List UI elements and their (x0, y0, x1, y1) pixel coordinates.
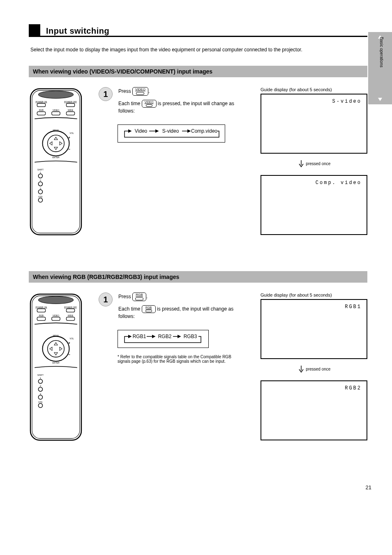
svg-text:RGB2: RGB2 (158, 334, 172, 339)
svg-rect-6 (66, 104, 74, 107)
svg-text:3: 3 (40, 393, 41, 395)
screen-preview-svideo: S-video (261, 94, 367, 154)
svg-text:1: 1 (40, 171, 41, 174)
svg-text:VOL: VOL (70, 132, 74, 134)
page-intro: Select the input mode to display the ima… (29, 47, 367, 53)
svg-text:S-video: S-video (162, 128, 179, 134)
svg-text:WIDE: WIDE (68, 314, 74, 317)
svg-text:RGB: RGB (39, 314, 44, 317)
section-header-video: When viewing video (VIDEO/S-VIDEO/COMPON… (29, 66, 367, 77)
svg-point-55 (38, 387, 42, 391)
screen-preview-compvideo: Comp. video (261, 175, 367, 235)
svg-text:RGB1: RGB1 (133, 334, 146, 339)
svg-text:2: 2 (40, 179, 41, 182)
remote-control-icon: POWER ON POWER OFF RGB VIDEO WIDE MENU V… (29, 87, 83, 237)
svg-rect-8 (37, 112, 45, 115)
svg-rect-10 (52, 112, 60, 115)
section-body-video: POWER ON POWER OFF RGB VIDEO WIDE MENU V… (29, 87, 367, 255)
section-body-rgb: POWER ON POWER OFF RGB VIDEO WIDE MENU V… (29, 292, 367, 460)
svg-point-24 (38, 190, 42, 194)
step-number: 1 (99, 292, 113, 306)
arrow-between-rgb: pressed once (261, 365, 367, 374)
svg-rect-39 (66, 309, 74, 312)
screen-label: Comp. video (316, 180, 362, 186)
side-tab-label: Basic operations (379, 37, 384, 67)
page-header-bar: Input switching (29, 25, 367, 37)
screen-preview-rgb1: RGB1 (261, 299, 367, 359)
cycle-diagram-video: Video S-video Comp.video (118, 124, 225, 143)
step-line1: Press VIDEO . (118, 87, 248, 96)
svg-text:2: 2 (40, 385, 41, 387)
video-button-icon-small: VIDEO (142, 100, 157, 108)
section-header-rgb: When viewing RGB (RGB1/RGB2/RGB3) input … (29, 271, 367, 283)
svg-text:VIDEO: VIDEO (53, 109, 59, 111)
svg-text:STD: STD (38, 196, 42, 198)
svg-text:POWER OFF: POWER OFF (64, 306, 77, 309)
svg-point-20 (38, 174, 42, 178)
page-number: 21 (366, 484, 371, 491)
page-title: Input switching (46, 26, 109, 36)
screen-label: RGB1 (345, 304, 362, 310)
svg-text:1: 1 (40, 377, 41, 379)
guide-caption-video: Guide display (for about 5 seconds) (261, 87, 367, 92)
svg-text:3: 3 (40, 187, 41, 190)
cycle-diagram-rgb: RGB1 RGB2 RGB3 (118, 330, 209, 348)
step-line2: Each time RGB is pressed, the input will… (118, 305, 248, 320)
step-line1: Press RGB . (118, 292, 248, 301)
step-line2: Each time VIDEO is pressed, the input wi… (118, 100, 248, 115)
svg-point-59 (38, 403, 42, 408)
svg-point-2 (38, 91, 73, 98)
svg-text:RGB3: RGB3 (184, 334, 197, 339)
svg-text:VIDEO: VIDEO (53, 314, 59, 317)
arrow-between-video: pressed once (261, 159, 367, 168)
remote-control-icon: POWER ON POWER OFF RGB VIDEO WIDE MENU V… (29, 292, 83, 443)
step-1-video: 1 Press VIDEO . Each time VIDEO (99, 87, 248, 115)
svg-point-53 (38, 379, 42, 383)
svg-text:SHIFT: SHIFT (37, 168, 44, 171)
svg-text:Comp.video: Comp.video (191, 128, 217, 134)
svg-text:RGB: RGB (39, 109, 44, 111)
side-tab: Basic operations (368, 32, 392, 104)
screen-preview-rgb2: RGB2 (261, 380, 367, 440)
svg-rect-45 (66, 317, 74, 320)
svg-text:STD: STD (38, 401, 42, 403)
rgb-note: * Refer to the compatible signals table … (118, 355, 233, 364)
svg-text:VOL: VOL (70, 337, 74, 340)
svg-point-26 (38, 198, 42, 202)
rgb-button-icon: RGB (132, 292, 146, 301)
step-number: 1 (99, 87, 113, 101)
svg-text:WIDE: WIDE (68, 109, 74, 111)
header-black-square-icon (29, 24, 40, 36)
remote-illustration-video: POWER ON POWER OFF RGB VIDEO WIDE MENU V… (29, 87, 86, 255)
video-button-icon: VIDEO (132, 87, 148, 96)
svg-text:Video: Video (135, 128, 148, 134)
triangle-down-icon (378, 98, 382, 101)
svg-rect-4 (37, 104, 45, 107)
svg-text:POWER ON: POWER ON (35, 306, 47, 309)
rgb-button-icon-small: RGB (142, 305, 156, 313)
screen-label: RGB2 (345, 385, 362, 391)
remote-illustration-rgb: POWER ON POWER OFF RGB VIDEO WIDE MENU V… (29, 292, 86, 460)
svg-point-35 (38, 296, 73, 304)
svg-rect-12 (66, 112, 74, 115)
svg-text:POWER ON: POWER ON (35, 101, 47, 103)
svg-point-22 (38, 182, 42, 186)
step-1-rgb: 1 Press RGB . Each time RGB (99, 292, 248, 320)
svg-rect-43 (52, 317, 60, 320)
svg-text:POWER OFF: POWER OFF (64, 101, 77, 103)
svg-rect-37 (37, 309, 45, 312)
guide-caption-rgb: Guide display (for about 5 seconds) (261, 292, 367, 297)
screen-label: S-video (332, 99, 362, 104)
svg-point-57 (38, 395, 42, 399)
svg-rect-41 (37, 317, 45, 320)
svg-text:SHIFT: SHIFT (37, 374, 44, 376)
